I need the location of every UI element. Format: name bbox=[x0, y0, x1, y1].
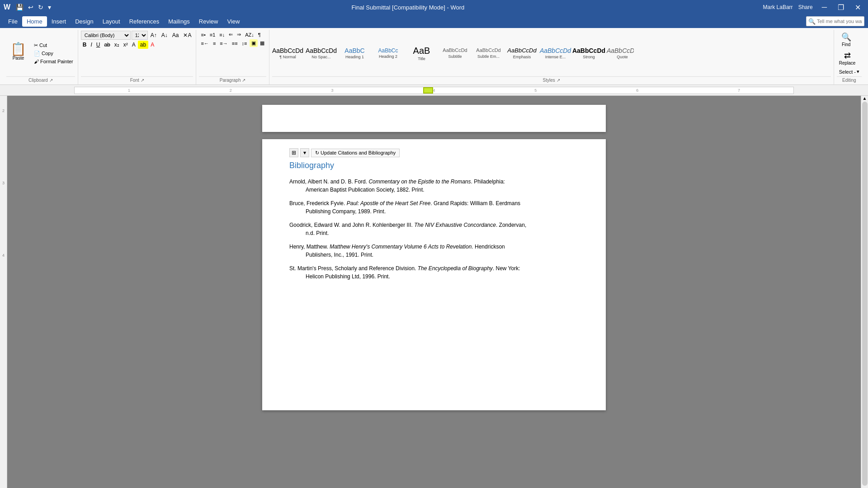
bib-entry-2: Bruce, Frederick Fyvie. Paul: Apostle of… bbox=[289, 199, 579, 216]
menu-bar: File Home Insert Design Layout Reference… bbox=[0, 14, 868, 28]
copy-button[interactable]: 📄 Copy bbox=[32, 50, 75, 57]
redo-button[interactable]: ↻ bbox=[36, 3, 45, 12]
font-size-select[interactable]: 12 bbox=[132, 31, 148, 40]
bib-menu-icon[interactable]: ▾ bbox=[300, 148, 309, 157]
grow-font-button[interactable]: A↑ bbox=[149, 31, 159, 39]
menu-view[interactable]: View bbox=[222, 16, 244, 27]
underline-button[interactable]: U bbox=[94, 41, 102, 49]
font-color-button[interactable]: A bbox=[149, 41, 156, 49]
style-emphasis[interactable]: AaBbCcDd Emphasis bbox=[506, 46, 538, 61]
subscript-button[interactable]: x₂ bbox=[113, 41, 121, 49]
clipboard-expand-icon[interactable]: ↗ bbox=[49, 78, 53, 83]
style-title[interactable]: AaB Title bbox=[406, 44, 438, 62]
bib-entry-4: Henry, Matthew. Matthew Henry's Commenta… bbox=[289, 243, 579, 259]
scroll-up-button[interactable]: ▲ bbox=[863, 96, 867, 101]
show-hide-button[interactable]: ¶ bbox=[256, 31, 263, 38]
style-subtle-emphasis[interactable]: AaBbCcDd Subtle Em... bbox=[473, 46, 505, 60]
close-button[interactable]: ✕ bbox=[851, 1, 864, 14]
menu-layout[interactable]: Layout bbox=[98, 16, 125, 27]
customize-qat-button[interactable]: ▾ bbox=[46, 3, 53, 12]
align-right-button[interactable]: ≡→ bbox=[218, 40, 229, 47]
title-bar: W 💾 ↩ ↻ ▾ Final Submittal [Compatibility… bbox=[0, 0, 868, 14]
save-button[interactable]: 💾 bbox=[14, 3, 25, 12]
menu-home[interactable]: Home bbox=[22, 16, 47, 27]
menu-references[interactable]: References bbox=[125, 16, 164, 27]
clipboard-top: 📋 Paste ✂ Cut 📄 Copy 🖌 bbox=[6, 42, 75, 65]
bib-entry-5-line2: Helicon Publishing Ltd, 1996. Print. bbox=[289, 272, 579, 281]
replace-button[interactable]: ⇄ Replace bbox=[837, 49, 858, 67]
search-input[interactable] bbox=[817, 19, 862, 24]
line-spacing-button[interactable]: ↕≡ bbox=[240, 40, 249, 47]
share-button[interactable]: Share bbox=[797, 3, 815, 11]
editing-content: 🔍 Find ⇄ Replace Select - ▾ bbox=[837, 31, 862, 75]
cut-button[interactable]: ✂ Cut bbox=[32, 42, 75, 49]
menu-review[interactable]: Review bbox=[194, 16, 223, 27]
style-normal[interactable]: AaBbCcDd ¶ Normal bbox=[272, 46, 304, 61]
replace-icon: ⇄ bbox=[844, 51, 851, 61]
page-top-fragment bbox=[262, 105, 606, 132]
update-citations-button[interactable]: ↻ Update Citations and Bibliography bbox=[311, 149, 400, 157]
change-case-button[interactable]: Aa bbox=[170, 31, 181, 39]
bullets-button[interactable]: ≡• bbox=[199, 31, 207, 38]
tell-me-search[interactable]: 🔍 bbox=[806, 16, 864, 26]
title-bar-left: W 💾 ↩ ↻ ▾ bbox=[4, 3, 53, 12]
style-subtitle[interactable]: AaBbCcDd Subtitle bbox=[439, 46, 471, 60]
bib-entry-5: St. Martin's Press, Scholarly and Refere… bbox=[289, 264, 579, 281]
bib-handle-icon[interactable]: ⊞ bbox=[289, 148, 298, 157]
format-painter-button[interactable]: 🖌 Format Painter bbox=[32, 58, 75, 65]
style-heading1[interactable]: AaBbC Heading 1 bbox=[339, 46, 371, 61]
text-effect-button[interactable]: A bbox=[130, 41, 137, 49]
justify-button[interactable]: ≡≡ bbox=[230, 40, 240, 47]
ruler: 1234567 bbox=[0, 85, 868, 96]
scroll-thumb[interactable] bbox=[862, 102, 868, 486]
font-expand-icon[interactable]: ↗ bbox=[141, 78, 144, 83]
sort-button[interactable]: AZ↓ bbox=[243, 31, 256, 38]
style-quote[interactable]: AaBbCcDd Quote bbox=[607, 46, 634, 61]
select-dropdown[interactable]: Select - ▾ bbox=[837, 68, 862, 75]
increase-indent-button[interactable]: ⇒ bbox=[235, 31, 243, 38]
font-family-select[interactable]: Calibri (Body) bbox=[81, 31, 131, 40]
ribbon: 📋 Paste ✂ Cut 📄 Copy 🖌 bbox=[0, 28, 868, 85]
style-no-space[interactable]: AaBbCcDd No Spac... bbox=[306, 46, 337, 61]
borders-button[interactable]: ▦ bbox=[258, 39, 266, 47]
menu-file[interactable]: File bbox=[4, 16, 22, 27]
align-center-button[interactable]: ≡ bbox=[211, 40, 217, 47]
style-heading2[interactable]: AaBbCc Heading 2 bbox=[373, 46, 404, 60]
scrollbar[interactable]: ▲ ▼ bbox=[861, 96, 868, 488]
multilevel-button[interactable]: ≡↓ bbox=[217, 31, 226, 38]
doc-content[interactable]: ⊞ ▾ ↻ Update Citations and Bibliography … bbox=[7, 96, 861, 488]
numbering-button[interactable]: ≡1 bbox=[208, 31, 217, 38]
bold-button[interactable]: B bbox=[81, 41, 89, 49]
paste-button[interactable]: 📋 Paste bbox=[6, 42, 30, 62]
editing-group-label: Editing bbox=[837, 76, 862, 84]
page-content: ⊞ ▾ ↻ Update Citations and Bibliography … bbox=[262, 139, 606, 410]
title-bar-right: Mark LaBarr Share ─ ❐ ✕ bbox=[763, 1, 864, 14]
menu-mailings[interactable]: Mailings bbox=[164, 16, 194, 27]
select-label: Select - bbox=[839, 69, 856, 75]
bib-entry-3-line2: n.d. Print. bbox=[289, 229, 579, 237]
user-name: Mark LaBarr bbox=[763, 4, 793, 10]
style-strong[interactable]: AaBbCcDd Strong bbox=[573, 46, 605, 61]
menu-design[interactable]: Design bbox=[71, 16, 98, 27]
align-left-button[interactable]: ≡← bbox=[199, 40, 210, 47]
paragraph-expand-icon[interactable]: ↗ bbox=[242, 78, 245, 83]
page-main: ⊞ ▾ ↻ Update Citations and Bibliography … bbox=[262, 139, 606, 410]
undo-button[interactable]: ↩ bbox=[26, 3, 35, 12]
styles-expand-icon[interactable]: ↗ bbox=[557, 78, 560, 83]
superscript-button[interactable]: x² bbox=[122, 41, 130, 49]
restore-button[interactable]: ❐ bbox=[834, 1, 848, 14]
strikethrough-button[interactable]: ab bbox=[102, 41, 112, 49]
find-button[interactable]: 🔍 Find bbox=[837, 31, 856, 48]
italic-button[interactable]: I bbox=[89, 41, 94, 49]
menu-insert[interactable]: Insert bbox=[47, 16, 71, 27]
styles-content: AaBbCcDd ¶ Normal AaBbCcDd No Spac... Aa… bbox=[272, 31, 634, 75]
shading-button[interactable]: ▣ bbox=[250, 39, 258, 47]
ruler-inner: 1234567 bbox=[74, 87, 794, 94]
minimize-button[interactable]: ─ bbox=[818, 1, 830, 13]
style-intense-emphasis[interactable]: AaBbCcDd Intense E... bbox=[540, 46, 571, 61]
shrink-font-button[interactable]: A↓ bbox=[160, 31, 170, 39]
text-highlight-button[interactable]: ab bbox=[138, 41, 148, 49]
bib-entry-1-line2: American Baptist Publication Society, 18… bbox=[289, 186, 579, 194]
clear-formatting-button[interactable]: ✕A bbox=[181, 31, 193, 39]
decrease-indent-button[interactable]: ⇐ bbox=[227, 31, 235, 38]
